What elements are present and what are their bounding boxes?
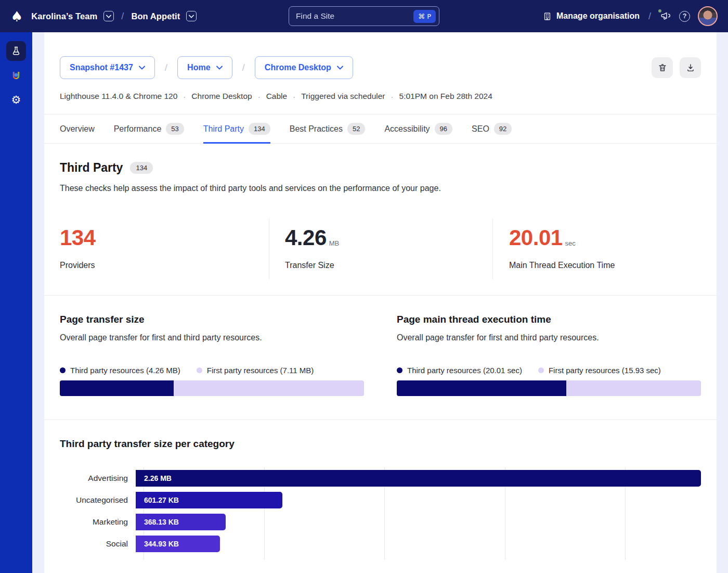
stacked-bar	[397, 380, 701, 396]
sidebar-item-crux[interactable]: U	[6, 66, 26, 85]
page-selector[interactable]: Home	[177, 56, 232, 79]
tab-seo[interactable]: SEO92	[472, 114, 512, 143]
chevron-down-icon	[139, 66, 145, 70]
manage-organisation-link[interactable]: Manage organisation	[543, 11, 640, 21]
sidebar-item-lab-tests[interactable]	[6, 41, 26, 61]
legend-dot	[538, 367, 544, 373]
tab-overview[interactable]: Overview	[60, 114, 95, 143]
chart-title: Third party transfer size per category	[60, 438, 701, 450]
team-name[interactable]: Karolina’s Team	[31, 11, 97, 21]
tab-count-badge: 92	[494, 123, 512, 135]
legend-first-party: First party resources (15.93 sec)	[538, 366, 661, 375]
third-party-segment	[60, 380, 174, 396]
category-row-advertising: Advertising 2.26 MB	[60, 467, 701, 489]
left-sidebar: U ⚙	[0, 32, 32, 573]
category-bar[interactable]: 368.13 KB	[136, 514, 226, 530]
stat-providers: 134 Providers	[60, 219, 269, 279]
sidebar-item-settings[interactable]: ⚙	[6, 90, 26, 110]
search-shortcut-badge: ⌘ P	[413, 10, 436, 23]
first-party-segment	[174, 380, 364, 396]
help-button[interactable]: ?	[679, 11, 690, 22]
category-row-marketing: Marketing 368.13 KB	[60, 511, 701, 533]
legend-third-party: Third party resources (4.26 MB)	[60, 366, 180, 375]
page-label: Home	[187, 63, 210, 72]
team-dropdown[interactable]	[103, 11, 114, 21]
site-dropdown[interactable]	[186, 11, 197, 21]
tab-third-party[interactable]: Third Party134	[203, 114, 270, 143]
tab-count-badge: 53	[166, 123, 184, 135]
stat-main-thread-time: 20.01 sec Main Thread Execution Time	[492, 219, 701, 279]
tab-best-practices[interactable]: Best Practices52	[290, 114, 366, 143]
category-bar[interactable]: 2.26 MB	[136, 470, 701, 487]
tab-performance[interactable]: Performance53	[114, 114, 184, 143]
tab-count-badge: 134	[249, 123, 270, 135]
legend-dot	[397, 367, 402, 373]
user-avatar[interactable]	[698, 6, 718, 26]
site-search[interactable]: ⌘ P	[289, 6, 439, 26]
slash-separator: /	[165, 62, 167, 73]
first-party-segment	[566, 380, 701, 396]
breadcrumb-slash: /	[120, 11, 125, 22]
stats-row: 134 Providers 4.26 MB Transfer Size	[60, 219, 701, 279]
section-title: Third Party	[60, 161, 123, 175]
third-party-segment	[397, 380, 566, 396]
legend-first-party: First party resources (7.11 MB)	[197, 366, 314, 375]
chevron-down-icon	[216, 66, 223, 70]
slash-separator: /	[242, 62, 245, 73]
chevron-down-icon	[189, 15, 194, 18]
manage-organisation-label: Manage organisation	[556, 11, 640, 21]
chart-subtitle: Overall page transfer for first and thir…	[397, 333, 701, 342]
delete-snapshot-button[interactable]	[652, 57, 673, 78]
category-bar[interactable]: 344.93 KB	[136, 536, 220, 552]
meta-lighthouse-version: Lighthouse 11.4.0 & Chrome 120	[60, 92, 177, 101]
stat-transfer-size: 4.26 MB Transfer Size	[269, 219, 492, 279]
page-transfer-size-chart: Page transfer size Overall page transfer…	[60, 314, 364, 396]
stat-value: 4.26	[285, 227, 327, 249]
chart-legend: Third party resources (20.01 sec) First …	[397, 366, 701, 375]
chevron-down-icon	[337, 66, 343, 70]
category-bar[interactable]: 601.27 KB	[136, 492, 282, 508]
chevron-down-icon	[106, 15, 111, 18]
app-logo-spade-icon: ♠	[10, 9, 23, 23]
building-icon	[543, 12, 552, 21]
download-report-button[interactable]	[680, 57, 701, 78]
stat-value: 20.01	[509, 227, 563, 249]
nav-separator: /	[647, 11, 652, 22]
tab-count-badge: 52	[347, 123, 365, 135]
meta-device: Chrome Desktop	[191, 92, 252, 101]
section-count-badge: 134	[130, 162, 153, 174]
profile-selector[interactable]: Chrome Desktop	[255, 56, 353, 79]
snapshot-meta: Lighthouse 11.4.0 & Chrome 120 · Chrome …	[60, 92, 701, 101]
flask-icon	[11, 46, 21, 56]
announcements-button[interactable]	[660, 10, 671, 22]
download-icon	[686, 63, 695, 72]
chart-subtitle: Overall page transfer for first and thir…	[60, 333, 364, 342]
gear-icon: ⚙	[11, 94, 21, 106]
meta-trigger: Triggered via scheduler	[301, 92, 385, 101]
category-label: Uncategorised	[60, 495, 136, 505]
tab-count-badge: 96	[435, 123, 452, 135]
site-name[interactable]: Bon Appetit	[131, 11, 180, 21]
profile-label: Chrome Desktop	[265, 63, 331, 72]
snapshot-selector[interactable]: Snapshot #1437	[60, 56, 155, 79]
category-label: Advertising	[60, 474, 136, 483]
notification-dot	[658, 9, 661, 12]
stacked-bar	[60, 380, 364, 396]
top-navbar: ♠ Karolina’s Team / Bon Appetit ⌘ P Mana…	[0, 0, 728, 32]
search-input[interactable]	[296, 11, 413, 21]
megaphone-icon	[660, 10, 671, 22]
stat-label: Transfer Size	[285, 261, 492, 270]
category-row-social: Social 344.93 KB	[60, 533, 701, 555]
stat-label: Main Thread Execution Time	[509, 261, 701, 270]
main-thread-time-chart: Page main thread execution time Overall …	[397, 314, 701, 396]
tab-accessibility[interactable]: Accessibility96	[384, 114, 452, 143]
category-row-uncategorised: Uncategorised 601.27 KB	[60, 489, 701, 511]
stat-value: 134	[60, 227, 96, 249]
meta-connection: Cable	[266, 92, 288, 101]
trash-icon	[658, 63, 667, 72]
section-description: These checks help assess the impact of t…	[60, 184, 701, 193]
snapshot-label: Snapshot #1437	[70, 63, 133, 72]
report-tabs: Overview Performance53 Third Party134 Be…	[44, 114, 717, 143]
legend-dot	[60, 367, 66, 373]
stat-label: Providers	[60, 261, 269, 270]
